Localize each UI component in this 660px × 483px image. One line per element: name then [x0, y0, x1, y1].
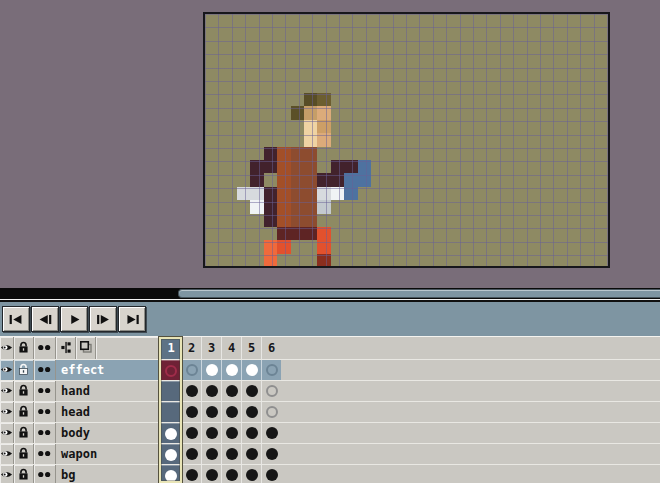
layer-lock-toggle[interactable]: [14, 444, 34, 464]
frame-header-5[interactable]: 5: [241, 337, 261, 359]
frame-cell[interactable]: [161, 360, 181, 380]
frame-cell[interactable]: [221, 360, 241, 380]
layer-onion-toggle[interactable]: [34, 360, 56, 380]
layer-visibility-toggle[interactable]: [0, 444, 14, 464]
frame-header-3[interactable]: 3: [201, 337, 221, 359]
frame-cell[interactable]: [221, 444, 241, 464]
frame-cell[interactable]: [261, 381, 281, 401]
frame-cell[interactable]: [161, 444, 181, 464]
layer-lock-toggle[interactable]: [14, 465, 34, 483]
layer-visibility-toggle[interactable]: [0, 402, 14, 422]
layer-lock-toggle[interactable]: [14, 381, 34, 401]
frame-cell[interactable]: [181, 465, 201, 483]
prev-icon: [35, 313, 55, 326]
layer-visibility-toggle[interactable]: [0, 465, 14, 483]
layer-name[interactable]: hand: [56, 381, 161, 401]
dot-black-marker: [186, 448, 198, 460]
layer-onion-toggle[interactable]: [34, 381, 56, 401]
previous-frame-button[interactable]: [31, 306, 59, 332]
play-button[interactable]: [60, 306, 88, 332]
dot-black-marker: [206, 469, 218, 481]
layer-name[interactable]: effect: [56, 360, 161, 380]
frame-cell[interactable]: [221, 402, 241, 422]
layer-visibility-toggle[interactable]: [0, 360, 14, 380]
frame-cell[interactable]: [161, 465, 181, 483]
duplicate-frame-button[interactable]: [76, 337, 96, 359]
dot-white-marker: [165, 449, 177, 461]
frame-cell[interactable]: [241, 402, 261, 422]
sprite-pixel: [250, 160, 263, 173]
layer-hierarchy-button[interactable]: [56, 337, 76, 359]
layer-name[interactable]: wapon: [56, 444, 161, 464]
frame-cell[interactable]: [261, 444, 281, 464]
frame-cell[interactable]: [261, 402, 281, 422]
toggle-all-lock-button[interactable]: [14, 337, 34, 359]
frame-header-2[interactable]: 2: [181, 337, 201, 359]
frame-cell[interactable]: [221, 465, 241, 483]
frame-cell[interactable]: [241, 381, 261, 401]
onion-skin-button[interactable]: [34, 337, 56, 359]
frame-cell[interactable]: [241, 360, 261, 380]
frame-cell[interactable]: [181, 381, 201, 401]
frame-cell[interactable]: [201, 360, 221, 380]
layer-name[interactable]: body: [56, 423, 161, 443]
frame-cell[interactable]: [161, 423, 181, 443]
drawing-canvas[interactable]: [203, 12, 610, 268]
horizontal-scrollbar-thumb[interactable]: [178, 289, 660, 298]
layer-lock-toggle[interactable]: [14, 402, 34, 422]
layer-name[interactable]: bg: [56, 465, 161, 483]
dot-black-marker: [206, 385, 218, 397]
sprite-pixel: [277, 147, 290, 160]
frame-cell[interactable]: [241, 465, 261, 483]
frame-cell[interactable]: [261, 360, 281, 380]
sprite-pixel: [304, 93, 317, 106]
sprite-pixel: [250, 200, 263, 213]
layer-onion-toggle[interactable]: [34, 423, 56, 443]
timeline-header-row: 123456: [0, 337, 660, 359]
next-frame-button[interactable]: [89, 306, 117, 332]
frame-cell[interactable]: [241, 423, 261, 443]
eye-icon: [0, 445, 13, 464]
frame-header-1[interactable]: 1: [161, 337, 181, 359]
sprite-pixel: [358, 160, 371, 173]
sprite-pixel: [264, 240, 277, 253]
frame-cell[interactable]: [181, 360, 201, 380]
frame-cell[interactable]: [241, 444, 261, 464]
frame-cell[interactable]: [201, 423, 221, 443]
frame-cell[interactable]: [201, 444, 221, 464]
frame-cell[interactable]: [201, 465, 221, 483]
layer-lock-toggle[interactable]: [14, 423, 34, 443]
dot-white-marker: [246, 364, 258, 376]
frame-cell[interactable]: [181, 423, 201, 443]
frame-cell[interactable]: [221, 381, 241, 401]
frame-cell[interactable]: [201, 402, 221, 422]
dot-white-marker: [165, 470, 177, 482]
frame-cell[interactable]: [221, 423, 241, 443]
frame-cell[interactable]: [261, 465, 281, 483]
sprite-pixel: [291, 160, 304, 173]
layer-visibility-toggle[interactable]: [0, 381, 14, 401]
layer-onion-toggle[interactable]: [34, 444, 56, 464]
toggle-all-visibility-button[interactable]: [0, 337, 14, 359]
sprite-pixel: [304, 187, 317, 200]
last-frame-button[interactable]: [118, 306, 146, 332]
frame-cell[interactable]: [181, 444, 201, 464]
layer-name[interactable]: head: [56, 402, 161, 422]
eye-icon: [0, 403, 13, 422]
dot-black-marker: [246, 427, 258, 439]
frame-header-6[interactable]: 6: [261, 337, 281, 359]
frame-cell[interactable]: [161, 381, 181, 401]
frame-header-4[interactable]: 4: [221, 337, 241, 359]
frame-cell[interactable]: [201, 381, 221, 401]
horizontal-scrollbar-track[interactable]: [0, 288, 660, 299]
layer-onion-toggle[interactable]: [34, 465, 56, 483]
first-frame-button[interactable]: [2, 306, 30, 332]
layer-onion-toggle[interactable]: [34, 402, 56, 422]
ring-gray-marker: [266, 385, 278, 397]
frame-cell[interactable]: [261, 423, 281, 443]
layer-name-label: hand: [61, 384, 90, 398]
frame-cell[interactable]: [161, 402, 181, 422]
layer-lock-toggle[interactable]: [14, 360, 34, 380]
layer-visibility-toggle[interactable]: [0, 423, 14, 443]
frame-cell[interactable]: [181, 402, 201, 422]
